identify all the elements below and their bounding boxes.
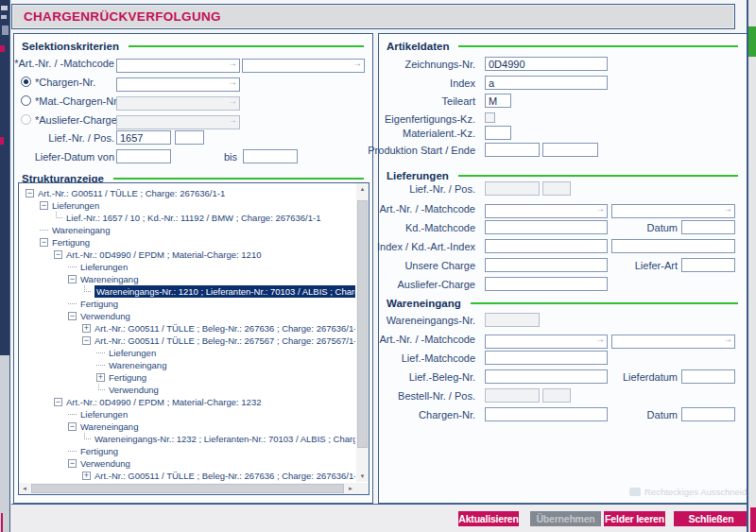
lookup-arrow-icon[interactable]: → xyxy=(595,333,605,345)
zeichnungs-nr-input[interactable] xyxy=(485,57,608,71)
tree-item[interactable]: +Fertigung xyxy=(20,371,355,384)
scroll-down-icon[interactable]: ▼ xyxy=(356,471,369,482)
tree-item[interactable]: −Lieferungen xyxy=(20,199,355,212)
we-lieferdatum-label: Lieferdatum xyxy=(623,371,678,383)
lf-art-matchcode-input[interactable] xyxy=(611,204,735,218)
we-chargen-nr-input[interactable] xyxy=(485,407,608,421)
eigenfertigung-checkbox[interactable] xyxy=(485,112,495,123)
scroll-up-icon[interactable]: ▲ xyxy=(356,183,369,195)
we-bestell-nr-input[interactable] xyxy=(485,388,540,403)
tree-item[interactable]: Lief.-Nr.: 1657 / 10 ; Kd.-Nr.: 11192 / … xyxy=(20,212,355,224)
lief-pos-input[interactable] xyxy=(175,130,204,145)
tree-item[interactable]: Wareneingang xyxy=(20,224,355,236)
lf-unsere-charge-input[interactable] xyxy=(485,258,608,272)
lookup-arrow-icon[interactable]: → xyxy=(352,57,362,69)
art-matchcode-input[interactable] xyxy=(242,59,365,73)
lookup-arrow-icon[interactable]: → xyxy=(723,333,732,345)
tree-horizontal-scrollbar[interactable]: ◄ ► xyxy=(19,483,356,494)
we-bestell-pos-input[interactable] xyxy=(542,388,571,403)
tree-item[interactable]: Lieferungen xyxy=(20,261,355,273)
aktualisieren-button[interactable]: Aktualisieren xyxy=(458,511,519,526)
lf-liefer-art-input[interactable] xyxy=(681,258,735,272)
we-datum-input[interactable] xyxy=(681,407,735,421)
tree-item[interactable]: −Wareneingang xyxy=(20,420,355,433)
tree-item[interactable]: +Art.-Nr.: G00511 / TÜLLE ; Beleg-Nr.: 2… xyxy=(20,470,355,482)
tree-item[interactable]: Wareneingangs-Nr.: 1232 ; Lieferanten-Nr… xyxy=(20,433,355,445)
tree-item[interactable]: −Fertigung xyxy=(20,236,355,249)
lf-art-nr-input[interactable] xyxy=(485,204,608,218)
tree-item[interactable]: Wareneingang xyxy=(20,359,355,371)
mat-chargen-nr-radio[interactable] xyxy=(21,95,31,106)
collapse-icon[interactable]: − xyxy=(68,422,77,431)
collapse-icon[interactable]: − xyxy=(40,201,48,210)
lf-ausliefer-charge-input[interactable] xyxy=(485,277,608,291)
teileart-input[interactable] xyxy=(485,94,511,108)
lief-nr-input[interactable] xyxy=(116,130,171,145)
scroll-left-icon[interactable]: ◄ xyxy=(19,483,30,494)
tree-viewport[interactable]: −Art.-Nr.: G00511 / TÜLLE ; Charge: 2676… xyxy=(20,183,355,482)
expand-icon[interactable]: + xyxy=(96,373,105,382)
tree-item[interactable]: Lieferungen xyxy=(20,347,355,359)
we-art-nr-input[interactable] xyxy=(485,335,608,349)
collapse-icon[interactable]: − xyxy=(68,459,77,468)
we-art-matchcode-input[interactable] xyxy=(611,335,735,349)
produktion-start-input[interactable] xyxy=(485,143,540,157)
tree-item[interactable]: −Verwendung xyxy=(20,310,355,322)
collapse-icon[interactable]: − xyxy=(54,250,62,259)
chargen-nr-radio[interactable] xyxy=(21,77,31,87)
tree-item[interactable]: Verwendung xyxy=(20,384,355,396)
liefer-datum-von-input[interactable] xyxy=(116,149,171,163)
lf-art-nr-field: → xyxy=(485,201,608,215)
tree-item[interactable]: Lieferungen xyxy=(20,408,355,420)
lookup-arrow-icon[interactable]: → xyxy=(723,202,732,215)
lf-lief-nr-input[interactable] xyxy=(485,181,540,196)
tree-item[interactable]: −Art.-Nr.: G00511 / TÜLLE ; Beleg-Nr.: 2… xyxy=(20,335,355,347)
expand-icon[interactable]: + xyxy=(82,472,91,480)
lookup-arrow-icon: → xyxy=(228,113,237,126)
collapse-icon[interactable]: − xyxy=(54,398,62,406)
chargen-nr-input[interactable] xyxy=(116,77,240,92)
lf-kd-art-index-input[interactable] xyxy=(611,239,735,253)
liefer-datum-bis-input[interactable] xyxy=(243,149,298,163)
green-divider-line xyxy=(113,178,364,180)
lookup-arrow-icon[interactable]: → xyxy=(595,202,605,215)
art-nr-input[interactable] xyxy=(116,59,240,73)
tree-vertical-scrollbar[interactable]: ▲ ▼ xyxy=(356,183,369,482)
tree-item[interactable]: −Verwendung xyxy=(20,457,355,470)
materialent-input[interactable] xyxy=(485,126,511,140)
collapse-icon[interactable]: − xyxy=(68,275,77,283)
tree-item[interactable]: −Wareneingang xyxy=(20,273,355,285)
tree-item[interactable]: −Art.-Nr.: 0D4990 / EPDM ; Material-Char… xyxy=(20,396,355,408)
horizontal-scroll-thumb[interactable] xyxy=(31,484,344,493)
schliessen-button[interactable]: Schließen xyxy=(674,511,748,526)
expand-icon[interactable]: + xyxy=(82,324,91,333)
tree-item-label: Wareneingang xyxy=(109,359,166,371)
tree-item-selected[interactable]: Wareneingangs-Nr.: 1210 ; Lieferanten-Nr… xyxy=(20,285,355,298)
collapse-icon[interactable]: − xyxy=(68,312,77,320)
felder-leeren-button[interactable]: Felder leeren xyxy=(604,511,665,526)
lf-kd-matchcode-input[interactable] xyxy=(485,220,608,234)
collapse-icon[interactable]: − xyxy=(26,189,34,197)
we-lieferdatum-input[interactable] xyxy=(681,369,735,384)
tree-item[interactable]: −Art.-Nr.: 0D4990 / EPDM ; Material-Char… xyxy=(20,249,355,261)
tree-item[interactable]: Fertigung xyxy=(20,445,355,457)
tree-item[interactable]: Fertigung xyxy=(20,298,355,310)
we-beleg-input[interactable] xyxy=(485,369,608,384)
tree-item[interactable]: −Art.-Nr.: G00511 / TÜLLE ; Charge: 2676… xyxy=(20,187,355,199)
lookup-arrow-icon[interactable]: → xyxy=(228,57,237,69)
lookup-arrow-icon[interactable]: → xyxy=(228,76,237,88)
scroll-right-icon[interactable]: ► xyxy=(345,483,356,494)
lf-lief-pos-input[interactable] xyxy=(542,181,571,196)
tree-item-label: Fertigung xyxy=(80,298,118,310)
vertical-scroll-thumb[interactable] xyxy=(357,200,368,448)
lf-index-input[interactable] xyxy=(485,239,608,253)
we-nr-input[interactable] xyxy=(485,313,540,327)
collapse-icon[interactable]: − xyxy=(82,336,91,345)
collapse-icon[interactable]: − xyxy=(40,238,48,247)
tree-item[interactable]: +Art.-Nr.: G00511 / TÜLLE ; Beleg-Nr.: 2… xyxy=(20,322,355,335)
index-input[interactable] xyxy=(485,76,608,90)
we-lief-matchcode-input[interactable] xyxy=(485,351,608,365)
lf-datum-input[interactable] xyxy=(681,220,735,234)
produktion-ende-input[interactable] xyxy=(542,143,598,157)
lf-art-matchcode-field: → xyxy=(611,201,735,215)
